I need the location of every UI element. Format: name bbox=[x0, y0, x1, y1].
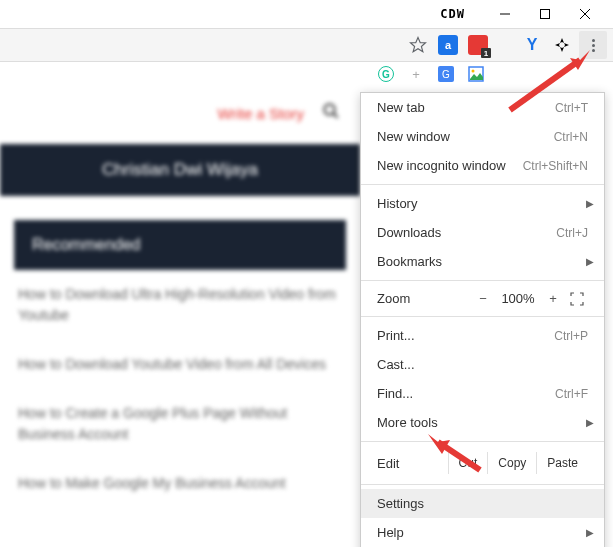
menu-new-incognito[interactable]: New incognito window Ctrl+Shift+N bbox=[361, 151, 604, 180]
menu-bookmarks[interactable]: Bookmarks ▶ bbox=[361, 247, 604, 276]
menu-shortcut: Ctrl+N bbox=[554, 130, 588, 144]
icon-row: G + G bbox=[378, 64, 486, 84]
menu-shortcut: Ctrl+T bbox=[555, 101, 588, 115]
edit-copy-button[interactable]: Copy bbox=[487, 452, 536, 474]
menu-find[interactable]: Find... Ctrl+F bbox=[361, 379, 604, 408]
menu-help[interactable]: Help ▶ bbox=[361, 518, 604, 547]
list-item[interactable]: How to Make Google My Business Account bbox=[14, 459, 346, 508]
menu-edit-row: Edit Cut Copy Paste bbox=[361, 446, 604, 480]
menu-new-window[interactable]: New window Ctrl+N bbox=[361, 122, 604, 151]
list-item[interactable]: How to Download Youtube Video from All D… bbox=[14, 340, 346, 389]
extension-a-icon[interactable]: a bbox=[435, 32, 461, 58]
menu-more-tools[interactable]: More tools ▶ bbox=[361, 408, 604, 437]
menu-label: Downloads bbox=[377, 225, 441, 240]
chrome-menu-button[interactable] bbox=[579, 31, 607, 59]
menu-label: New tab bbox=[377, 100, 425, 115]
edit-cut-button[interactable]: Cut bbox=[448, 452, 488, 474]
menu-label: New incognito window bbox=[377, 158, 506, 173]
svg-line-6 bbox=[333, 113, 338, 118]
zoom-out-button[interactable]: − bbox=[470, 291, 496, 306]
edit-label: Edit bbox=[377, 456, 448, 471]
write-story-link[interactable]: Write a Story bbox=[218, 105, 304, 122]
svg-marker-4 bbox=[411, 38, 426, 52]
chevron-right-icon: ▶ bbox=[586, 256, 594, 267]
menu-shortcut: Ctrl+P bbox=[554, 329, 588, 343]
menu-downloads[interactable]: Downloads Ctrl+J bbox=[361, 218, 604, 247]
menu-label: Help bbox=[377, 525, 404, 540]
translate-icon[interactable]: G bbox=[438, 66, 454, 82]
menu-cast[interactable]: Cast... bbox=[361, 350, 604, 379]
svg-point-8 bbox=[472, 70, 475, 73]
chevron-right-icon: ▶ bbox=[586, 417, 594, 428]
chevron-right-icon: ▶ bbox=[586, 527, 594, 538]
extension-red-icon[interactable] bbox=[465, 32, 491, 58]
close-button[interactable] bbox=[565, 0, 605, 28]
menu-separator bbox=[361, 184, 604, 185]
menu-shortcut: Ctrl+F bbox=[555, 387, 588, 401]
chevron-right-icon: ▶ bbox=[586, 198, 594, 209]
zoom-label: Zoom bbox=[377, 291, 470, 306]
menu-label: Cast... bbox=[377, 357, 415, 372]
page-content: Write a Story Christian Dwi Wijaya Recom… bbox=[0, 62, 360, 547]
bookmark-star-icon[interactable] bbox=[405, 32, 431, 58]
menu-label: More tools bbox=[377, 415, 438, 430]
menu-settings[interactable]: Settings bbox=[361, 489, 604, 518]
author-bar: Christian Dwi Wijaya bbox=[0, 144, 360, 196]
grammarly-icon[interactable]: G bbox=[378, 66, 394, 82]
menu-label: New window bbox=[377, 129, 450, 144]
menu-label: Bookmarks bbox=[377, 254, 442, 269]
svg-point-5 bbox=[324, 104, 335, 115]
menu-label: Settings bbox=[377, 496, 424, 511]
menu-print[interactable]: Print... Ctrl+P bbox=[361, 321, 604, 350]
plus-icon[interactable]: + bbox=[406, 64, 426, 84]
extension-y-icon[interactable]: Y bbox=[519, 32, 545, 58]
menu-zoom: Zoom − 100% + bbox=[361, 285, 604, 312]
browser-toolbar: a Y bbox=[0, 28, 613, 62]
menu-shortcut: Ctrl+J bbox=[556, 226, 588, 240]
menu-separator bbox=[361, 484, 604, 485]
fullscreen-icon[interactable] bbox=[566, 292, 588, 306]
minimize-button[interactable] bbox=[485, 0, 525, 28]
extension-dark-icon[interactable] bbox=[549, 32, 575, 58]
menu-history[interactable]: History ▶ bbox=[361, 189, 604, 218]
chrome-menu: New tab Ctrl+T New window Ctrl+N New inc… bbox=[360, 92, 605, 547]
menu-separator bbox=[361, 280, 604, 281]
search-icon[interactable] bbox=[322, 102, 340, 124]
maximize-button[interactable] bbox=[525, 0, 565, 28]
sidebar: Recommended How to Download Ultra High-R… bbox=[14, 220, 346, 508]
sidebar-header: Recommended bbox=[14, 220, 346, 270]
zoom-in-button[interactable]: + bbox=[540, 291, 566, 306]
svg-rect-1 bbox=[541, 10, 550, 19]
list-item[interactable]: How to Download Ultra High-Resolution Vi… bbox=[14, 270, 346, 340]
image-icon[interactable] bbox=[466, 64, 486, 84]
menu-separator bbox=[361, 316, 604, 317]
app-name: CDW bbox=[440, 7, 465, 21]
edit-paste-button[interactable]: Paste bbox=[536, 452, 588, 474]
menu-label: Find... bbox=[377, 386, 413, 401]
menu-new-tab[interactable]: New tab Ctrl+T bbox=[361, 93, 604, 122]
list-item[interactable]: How to Create a Google Plus Page Without… bbox=[14, 389, 346, 459]
window-titlebar: CDW bbox=[0, 0, 613, 28]
menu-label: Print... bbox=[377, 328, 415, 343]
menu-separator bbox=[361, 441, 604, 442]
menu-shortcut: Ctrl+Shift+N bbox=[523, 159, 588, 173]
zoom-value: 100% bbox=[496, 291, 540, 306]
menu-label: History bbox=[377, 196, 417, 211]
